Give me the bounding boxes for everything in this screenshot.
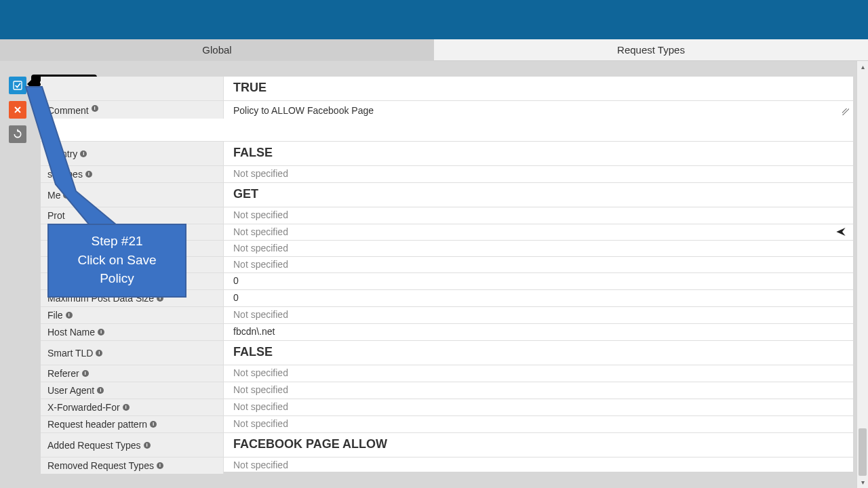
resize-grip-icon[interactable] [842, 108, 849, 115]
field-label-comment: Comment [41, 101, 224, 119]
field-label-reqhp: Request header pattern [41, 416, 224, 432]
removed-request-types-field[interactable]: Not specified [224, 458, 853, 474]
close-icon [12, 104, 23, 115]
min-post-field[interactable]: 0 [224, 273, 853, 289]
callout-line: Click on Save [53, 251, 181, 270]
info-icon[interactable] [150, 421, 157, 428]
scroll-up-icon[interactable]: ▴ [857, 61, 868, 73]
info-icon[interactable] [97, 387, 104, 394]
table-row: User Agent Not specified [41, 382, 853, 399]
field-label-referer: Referer [41, 365, 224, 382]
info-icon[interactable] [85, 171, 92, 178]
table-row: Added Request Types FACEBOOK PAGE ALLOW [41, 433, 853, 458]
field-value[interactable]: Not specified [224, 224, 853, 240]
table-row: Request header pattern Not specified [41, 416, 853, 433]
field-value[interactable]: GET [224, 183, 853, 207]
action-buttons [9, 77, 26, 143]
table-row: Me GET [41, 183, 853, 207]
field-label: Prot [41, 207, 224, 224]
file-field[interactable]: Not specified [224, 307, 853, 323]
field-label: st Types [41, 166, 224, 182]
cancel-button[interactable] [9, 101, 26, 119]
table-row: X-Forwarded-For Not specified [41, 399, 853, 416]
field-value[interactable]: Not specified [224, 207, 853, 224]
table-row: Referer Not specified [41, 365, 853, 382]
field-label [41, 77, 224, 100]
instruction-callout: Step #21 Click on Save Policy [47, 224, 186, 298]
info-icon[interactable] [157, 462, 163, 469]
table-row: Prot Not specified [41, 207, 853, 224]
callout-line: Step #21 [53, 232, 181, 251]
send-icon[interactable] [835, 226, 846, 237]
field-label-hostname: Host Name [41, 324, 224, 340]
field-label-xff: X-Forwarded-For [41, 399, 224, 415]
field-value[interactable]: Not specified [224, 166, 853, 182]
field-label: e Entry [41, 142, 224, 165]
max-post-field[interactable]: 0 [224, 290, 853, 306]
tab-global[interactable]: Global [0, 39, 434, 60]
undo-button[interactable] [9, 125, 26, 143]
callout-line: Policy [53, 269, 181, 288]
info-icon[interactable] [80, 150, 87, 157]
user-agent-field[interactable]: Not specified [224, 382, 853, 399]
save-policy-button[interactable] [9, 77, 26, 94]
table-row: TRUE [41, 77, 853, 101]
check-icon [12, 80, 23, 91]
svg-rect-0 [14, 81, 22, 89]
info-icon[interactable] [82, 370, 89, 377]
info-icon[interactable] [63, 192, 70, 199]
field-value[interactable]: Not specified [224, 257, 853, 272]
table-row: st Types Not specified [41, 166, 853, 183]
table-row: Removed Request Types Not specified [41, 458, 853, 474]
field-label-removed-request-types: Removed Request Types [41, 458, 224, 474]
field-label-added-request-types: Added Request Types [41, 433, 224, 457]
referer-field[interactable]: Not specified [224, 365, 853, 382]
tab-request-types[interactable]: Request Types [434, 39, 868, 60]
undo-icon [12, 129, 23, 140]
info-icon[interactable] [96, 350, 102, 357]
tab-bar: Global Request Types [0, 39, 868, 61]
work-area: Save Policy TRUE Comment Policy to ALLOW… [0, 61, 868, 488]
field-label: Me [41, 183, 224, 207]
field-label-user-agent: User Agent [41, 382, 224, 399]
scroll-thumb[interactable] [859, 428, 867, 476]
table-row: e Entry FALSE [41, 142, 853, 166]
table-row: Host Name fbcdn\.net [41, 324, 853, 341]
field-label-file: File [41, 307, 224, 323]
vertical-scrollbar[interactable]: ▴ ▾ [856, 61, 868, 488]
table-row: Comment Policy to ALLOW Facebook Page [41, 101, 853, 142]
smart-tld-field[interactable]: FALSE [224, 341, 853, 365]
field-value[interactable]: TRUE [224, 77, 853, 100]
field-label-smart-tld: Smart TLD [41, 341, 224, 365]
scroll-down-icon[interactable]: ▾ [857, 476, 868, 488]
comment-field[interactable]: Policy to ALLOW Facebook Page [224, 101, 853, 118]
info-icon[interactable] [92, 105, 98, 112]
hostname-field[interactable]: fbcdn\.net [224, 324, 853, 340]
top-bar [0, 0, 868, 39]
table-row: Smart TLD FALSE [41, 341, 853, 365]
xff-field[interactable]: Not specified [224, 399, 853, 415]
added-request-types-field[interactable]: FACEBOOK PAGE ALLOW [224, 433, 853, 457]
table-row: File Not specified [41, 307, 853, 324]
info-icon[interactable] [98, 329, 104, 336]
field-value[interactable]: FALSE [224, 142, 853, 165]
info-icon[interactable] [66, 312, 73, 319]
field-value[interactable]: Not specified [224, 241, 853, 256]
request-header-pattern-field[interactable]: Not specified [224, 416, 853, 432]
info-icon[interactable] [123, 404, 130, 411]
info-icon[interactable] [144, 442, 151, 449]
